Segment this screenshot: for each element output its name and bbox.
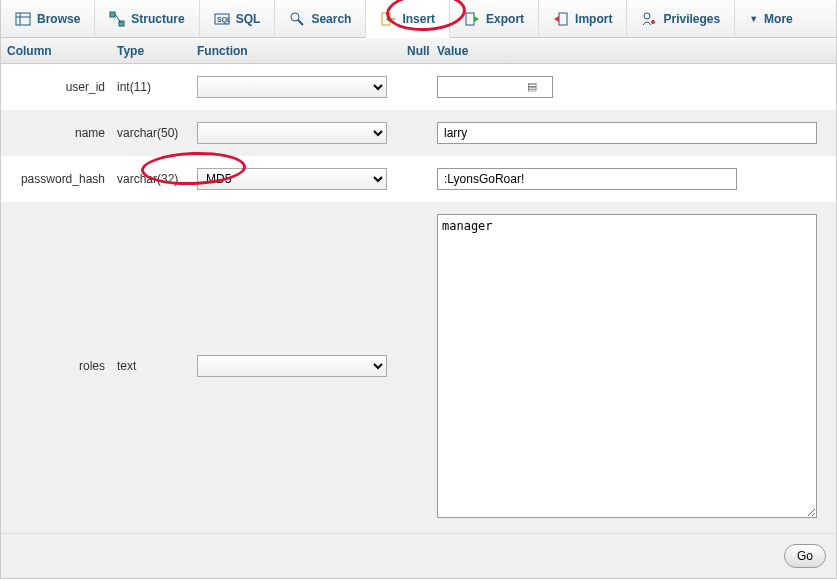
footer-bar: Go (1, 533, 836, 578)
header-type: Type (111, 40, 191, 62)
search-icon (289, 11, 305, 27)
column-name: password_hash (1, 172, 111, 186)
column-name: name (1, 126, 111, 140)
svg-rect-0 (16, 13, 30, 25)
table-icon (15, 11, 31, 27)
structure-icon (109, 11, 125, 27)
svg-line-9 (298, 20, 303, 25)
function-select-password-hash[interactable]: MD5 (197, 168, 387, 190)
header-column: Column (1, 40, 111, 62)
tab-sql[interactable]: SQL SQL (200, 0, 276, 37)
value-textarea-roles[interactable] (437, 214, 817, 518)
svg-point-8 (291, 13, 299, 21)
table-row: name varchar(50) (1, 110, 836, 156)
tab-label: Browse (37, 12, 80, 26)
value-input-name[interactable] (437, 122, 817, 144)
header-function: Function (191, 40, 401, 62)
column-name: user_id (1, 80, 111, 94)
tab-search[interactable]: Search (275, 0, 366, 37)
table-row: password_hash varchar(32) MD5 (1, 156, 836, 202)
privileges-icon (641, 11, 657, 27)
svg-text:SQL: SQL (217, 16, 230, 24)
header-null: Null (401, 40, 431, 62)
chevron-down-icon: ▼ (749, 14, 758, 24)
svg-marker-14 (474, 16, 479, 22)
auto-increment-icon: ▤ (527, 80, 537, 93)
svg-rect-15 (559, 13, 567, 25)
column-name: roles (1, 359, 111, 373)
tab-structure[interactable]: Structure (95, 0, 199, 37)
tab-label: More (764, 12, 793, 26)
function-select-roles[interactable] (197, 355, 387, 377)
insert-icon (380, 11, 396, 27)
import-icon (553, 11, 569, 27)
svg-marker-12 (386, 16, 389, 22)
tab-export[interactable]: Export (450, 0, 539, 37)
tab-insert[interactable]: Insert (366, 0, 450, 38)
tab-label: SQL (236, 12, 261, 26)
svg-rect-3 (110, 12, 115, 17)
tab-label: Privileges (663, 12, 720, 26)
table-row: roles text (1, 202, 836, 533)
svg-line-5 (115, 14, 121, 23)
table-header: Column Type Function Null Value (1, 38, 836, 64)
svg-rect-13 (466, 13, 474, 25)
tab-label: Structure (131, 12, 184, 26)
tab-privileges[interactable]: Privileges (627, 0, 735, 37)
function-select-user-id[interactable] (197, 76, 387, 98)
go-button[interactable]: Go (784, 544, 826, 568)
value-input-password-hash[interactable] (437, 168, 737, 190)
header-value: Value (431, 40, 836, 62)
tab-label: Export (486, 12, 524, 26)
tab-label: Import (575, 12, 612, 26)
svg-point-17 (644, 13, 650, 19)
tab-more[interactable]: ▼ More (735, 0, 807, 37)
column-type: varchar(50) (111, 126, 191, 140)
tab-label: Search (311, 12, 351, 26)
svg-point-18 (651, 20, 655, 24)
column-type: text (111, 359, 191, 373)
table-row: user_id int(11) ▤ (1, 64, 836, 110)
tab-browse[interactable]: Browse (1, 0, 95, 37)
svg-marker-16 (554, 16, 559, 22)
export-icon (464, 11, 480, 27)
column-type: varchar(32) (111, 172, 191, 186)
function-select-name[interactable] (197, 122, 387, 144)
sql-icon: SQL (214, 11, 230, 27)
tab-bar: Browse Structure SQL SQL Search Insert E… (1, 0, 836, 38)
column-type: int(11) (111, 80, 191, 94)
tab-label: Insert (402, 12, 435, 26)
tab-import[interactable]: Import (539, 0, 627, 37)
